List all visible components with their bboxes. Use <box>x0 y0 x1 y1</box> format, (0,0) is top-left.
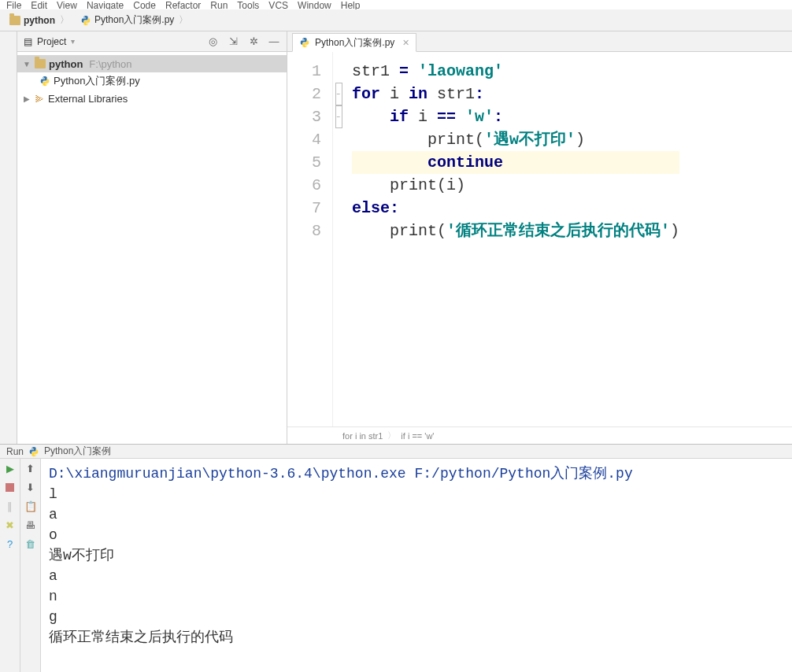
navigation-bar: python 〉 Python入门案例.py 〉 <box>0 9 792 31</box>
editor-crumb[interactable]: for i in str1 <box>342 431 383 441</box>
project-tool-window: ▤ Project ▾ ◎ ⇲ ✲ — ▼ python F:\python P… <box>17 31 287 444</box>
svg-point-2 <box>43 77 44 78</box>
editor-tabs: Python入门案例.py ✕ <box>287 31 792 52</box>
console-line: l <box>49 484 784 504</box>
menu-view[interactable]: View <box>57 0 77 9</box>
editor-crumb[interactable]: if i == 'w' <box>401 431 434 441</box>
project-title[interactable]: Project <box>37 36 66 47</box>
chevron-right-icon: 〉 <box>179 13 188 27</box>
menu-edit[interactable]: Edit <box>31 0 47 9</box>
run-title: Run <box>6 446 24 457</box>
svg-point-7 <box>35 455 35 456</box>
scroll-target-icon[interactable]: ◎ <box>206 35 219 48</box>
editor-tab[interactable]: Python入门案例.py ✕ <box>292 33 416 52</box>
run-toolbar-secondary: ⬆ ⬇ 📋 🖶 🗑 <box>20 459 41 672</box>
python-file-icon <box>299 37 310 48</box>
menu-tools[interactable]: Tools <box>237 0 259 9</box>
expand-arrow-icon[interactable]: ▼ <box>22 60 31 68</box>
menu-run[interactable]: Run <box>210 0 228 9</box>
close-icon[interactable]: ✖ <box>4 519 17 531</box>
console-command: D:\xiangmuruanjian\python-3.6.4\python.e… <box>49 463 784 484</box>
console-line: a <box>49 504 784 525</box>
tree-external-libs[interactable]: ▶ ⫸ External Libraries <box>17 90 287 107</box>
breadcrumb-root[interactable]: python 〉 <box>5 12 74 28</box>
dropdown-icon[interactable]: ▾ <box>71 37 75 46</box>
library-icon: ⫸ <box>35 93 45 105</box>
help-icon[interactable]: ? <box>4 537 17 550</box>
console-line: n <box>49 586 784 607</box>
stop-icon[interactable] <box>4 481 17 493</box>
project-view-icon: ▤ <box>24 36 32 47</box>
rerun-icon[interactable]: ▶ <box>4 462 17 474</box>
tree-project-root[interactable]: ▼ python F:\python <box>17 55 287 72</box>
breadcrumb-file-label: Python入门案例.py <box>94 13 174 27</box>
project-tree[interactable]: ▼ python F:\python Python入门案例.py ▶ ⫸ Ext… <box>17 52 287 110</box>
editor-area: Python入门案例.py ✕ 12345678 −− str1 = 'laow… <box>287 31 792 444</box>
console-line: g <box>49 607 784 627</box>
python-file-icon <box>39 76 50 87</box>
code-content[interactable]: str1 = 'laowang'for i in str1: if i == '… <box>344 52 679 426</box>
print-icon[interactable]: 🖶 <box>24 519 37 531</box>
menu-navigate[interactable]: Navigate <box>87 0 124 9</box>
code-editor[interactable]: 12345678 −− str1 = 'laowang'for i in str… <box>287 52 792 426</box>
console-line: 遇w不打印 <box>49 545 784 566</box>
main-menu[interactable]: FileEditViewNavigateCodeRefactorRunTools… <box>0 0 792 9</box>
left-tool-strip <box>0 31 17 444</box>
svg-point-5 <box>305 46 306 46</box>
python-file-icon <box>80 15 91 26</box>
breadcrumb-root-label: python <box>24 15 55 26</box>
collapse-icon[interactable]: ⇲ <box>227 35 239 48</box>
run-config-label[interactable]: Python入门案例 <box>44 445 111 458</box>
line-number-gutter: 12345678 <box>287 52 333 426</box>
trash-icon[interactable]: 🗑 <box>24 537 37 550</box>
tree-file-label: Python入门案例.py <box>54 74 140 88</box>
run-toolbar-primary: ▶ ∥ ✖ ? <box>0 459 20 672</box>
svg-point-0 <box>84 16 85 17</box>
python-file-icon <box>28 446 39 457</box>
console-output[interactable]: D:\xiangmuruanjian\python-3.6.4\python.e… <box>41 459 792 672</box>
tree-libs-label: External Libraries <box>48 93 128 105</box>
run-header: Run Python入门案例 <box>0 445 792 459</box>
menu-help[interactable]: Help <box>341 0 361 9</box>
tree-file-item[interactable]: Python入门案例.py <box>17 72 287 90</box>
down-icon[interactable]: ⬇ <box>24 481 37 493</box>
project-header: ▤ Project ▾ ◎ ⇲ ✲ — <box>17 31 287 52</box>
pause-icon[interactable]: ∥ <box>4 500 17 512</box>
console-line: 循环正常结束之后执行的代码 <box>49 627 784 648</box>
svg-point-3 <box>46 84 46 85</box>
menu-code[interactable]: Code <box>133 0 156 9</box>
hide-icon[interactable]: — <box>268 35 280 48</box>
console-line: a <box>49 566 784 586</box>
menu-window[interactable]: Window <box>298 0 331 9</box>
folder-icon <box>9 16 20 25</box>
wrap-icon[interactable]: 📋 <box>24 500 37 512</box>
menu-file[interactable]: File <box>6 0 21 9</box>
chevron-right-icon: 〉 <box>60 13 69 27</box>
editor-breadcrumbs[interactable]: for i in str1〉if i == 'w' <box>287 426 792 444</box>
svg-point-4 <box>303 39 304 39</box>
fold-gutter[interactable]: −− <box>333 52 344 426</box>
close-icon[interactable]: ✕ <box>402 38 409 48</box>
gear-icon[interactable]: ✲ <box>247 35 260 48</box>
editor-tab-label: Python入门案例.py <box>315 36 394 50</box>
breadcrumb-file[interactable]: Python入门案例.py 〉 <box>76 12 193 28</box>
run-tool-window: Run Python入门案例 ▶ ∥ ✖ ? ⬆ ⬇ 📋 🖶 🗑 D:\xian… <box>0 444 792 672</box>
console-line: o <box>49 525 784 545</box>
folder-icon <box>35 59 46 68</box>
svg-point-6 <box>32 447 33 448</box>
menu-vcs[interactable]: VCS <box>268 0 288 9</box>
svg-point-1 <box>87 24 87 24</box>
tree-root-label: python <box>49 58 83 70</box>
expand-arrow-icon[interactable]: ▶ <box>22 94 31 103</box>
menu-refactor[interactable]: Refactor <box>165 0 201 9</box>
up-icon[interactable]: ⬆ <box>24 462 37 474</box>
tree-root-path: F:\python <box>89 58 131 70</box>
